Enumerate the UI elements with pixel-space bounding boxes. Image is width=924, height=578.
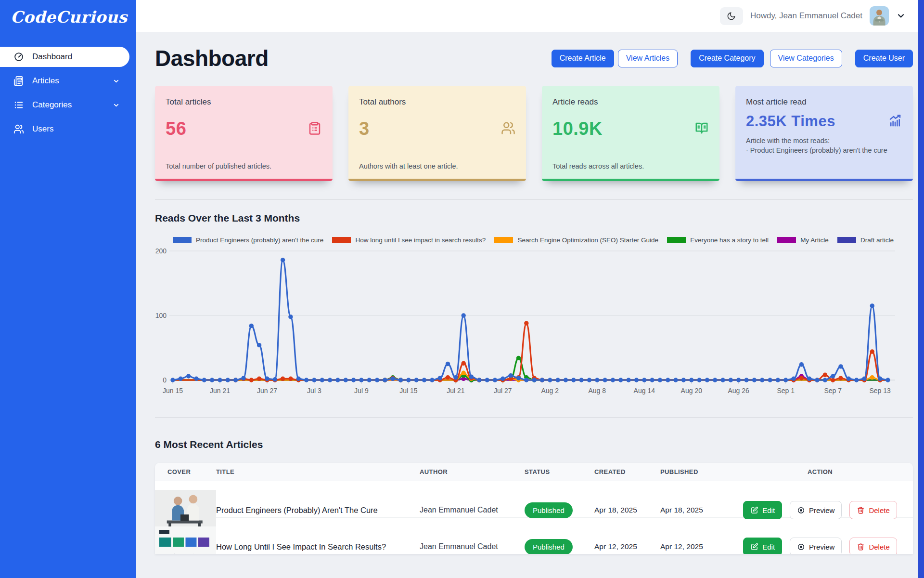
sidebar-item-dashboard[interactable]: Dashboard [0,47,129,67]
table-header-row: COVERTITLEAUTHORSTATUSCREATEDPUBLISHEDAC… [155,463,913,481]
stat-card-label: Total authors [359,97,515,107]
svg-text:Sep 13: Sep 13 [870,387,891,394]
topbar: Howdy, Jean Emmanuel Cadet [136,0,924,32]
sidebar-item-label: Dashboard [32,52,72,62]
legend-item-how-long-until-i-see-impact-in-search-results: How long until I see impact in search re… [332,236,486,244]
delete-button[interactable]: Delete [849,501,897,519]
create-article-button[interactable]: Create Article [552,50,614,67]
legend-swatch [837,237,856,243]
svg-text:Sep 1: Sep 1 [777,387,795,394]
legend-label: How long until I see impact in search re… [355,236,486,244]
section-divider [155,417,913,418]
legend-item-everyone-has-a-story-to-tell: Everyone has a story to tell [667,236,769,244]
chevron-down-icon [113,78,120,85]
article-author: Jean Emmanuel Cadet [420,506,525,514]
column-header-created: CREATED [594,468,660,475]
stat-card-total-authors: Total authors3Authors with at least one … [348,86,526,181]
svg-text:Aug 2: Aug 2 [541,387,559,394]
eye-icon [797,543,805,551]
stat-card-description: Article with the most reads:· Product En… [746,136,902,156]
legend-swatch [173,237,192,243]
article-published-date: Apr 18, 2025 [660,506,727,514]
svg-text:Sep 7: Sep 7 [824,387,842,394]
status-badge: Published [525,502,573,518]
article-title: Product Engineers (Probably) Aren't The … [216,506,420,515]
authors-icon [501,121,515,135]
column-header-author: AUTHOR [420,468,525,475]
chart-title: Reads Over the Last 3 Months [155,212,913,224]
moon-icon [727,12,736,21]
column-header-status: STATUS [525,468,594,475]
recent-articles-section: 6 Most Recent Articles COVERTITLEAUTHORS… [155,439,913,554]
delete-button[interactable]: Delete [849,538,897,554]
main-content: Dashboard Create ArticleView ArticlesCre… [136,32,924,578]
stat-card-most-article-read: Most article read2.35K TimesArticle with… [735,86,913,181]
legend-label: Product Engineers (probably) aren't the … [196,236,323,244]
svg-text:0: 0 [163,376,167,384]
avatar-image [870,6,889,26]
svg-text:Jun 15: Jun 15 [163,387,183,394]
stat-card-article-reads: Article reads10.9KTotal reads across all… [542,86,719,181]
column-header-cover: COVER [155,468,216,475]
article-author: Jean Emmanuel Cadet [420,542,525,551]
svg-text:Jun 27: Jun 27 [257,387,277,394]
stat-card-description: Total number of published articles. [166,161,322,171]
gauge-icon [13,52,24,62]
stat-card-value: 56 [166,118,186,139]
svg-text:100: 100 [155,312,167,319]
create-user-button[interactable]: Create User [855,50,913,67]
view-categories-button[interactable]: View Categories [770,50,842,67]
svg-text:Jul 27: Jul 27 [494,387,512,394]
page-scrollbar[interactable] [918,0,924,578]
categories-icon [13,100,24,110]
stat-card-value: 2.35K Times [746,113,835,130]
svg-text:Jul 15: Jul 15 [399,387,418,394]
legend-item-draft-article: Draft article [837,236,894,244]
preview-button[interactable]: Preview [790,501,842,519]
app-root: CodeCurious DashboardArticlesCategoriesU… [0,0,924,578]
status-badge: Published [525,539,573,554]
clipboard-icon [308,121,322,135]
view-articles-button[interactable]: View Articles [618,50,678,67]
legend-item-my-article: My Article [777,236,829,244]
stat-card-label: Most article read [746,97,902,107]
column-header-title: TITLE [216,468,420,475]
legend-label: Everyone has a story to tell [690,236,769,244]
sidebar-item-articles[interactable]: Articles [0,71,129,91]
svg-text:Aug 26: Aug 26 [728,387,750,394]
section-divider [155,199,913,200]
sidebar-item-users[interactable]: Users [0,119,129,139]
column-header-published: PUBLISHED [660,468,727,475]
articles-table: COVERTITLEAUTHORSTATUSCREATEDPUBLISHEDAC… [155,463,913,554]
article-created-date: Apr 12, 2025 [594,542,660,551]
svg-text:Jun 21: Jun 21 [210,387,230,394]
svg-text:Aug 20: Aug 20 [681,387,703,394]
article-cover-image [155,526,216,554]
reads-line-chart: 0100200Jun 15Jun 21Jun 27Jul 3Jul 9Jul 1… [155,246,913,399]
preview-button[interactable]: Preview [790,538,842,554]
legend-label: Draft article [860,236,894,244]
page-header: Dashboard Create ArticleView ArticlesCre… [155,45,913,71]
eye-icon [797,506,805,514]
column-header-action: ACTION [727,468,913,475]
edit-button[interactable]: Edit [743,501,782,519]
table-row: Product Engineers (Probably) Aren't The … [155,481,913,517]
chevron-down-icon [113,102,120,109]
dark-mode-toggle[interactable] [720,7,743,25]
stat-cards: Total articles56Total number of publishe… [155,86,913,181]
page-actions: Create ArticleView ArticlesCreate Catego… [552,50,913,67]
create-category-button[interactable]: Create Category [691,50,763,67]
legend-item-product-engineers-probably-aren-t-the-cure: Product Engineers (probably) aren't the … [173,236,323,244]
user-greeting: Howdy, Jean Emmanuel Cadet [750,11,862,21]
legend-swatch [667,237,686,243]
avatar[interactable] [870,6,889,26]
edit-button[interactable]: Edit [743,538,782,554]
svg-text:200: 200 [155,247,167,255]
sidebar-item-label: Categories [32,100,72,110]
article-created-date: Apr 18, 2025 [594,506,660,514]
sidebar-item-categories[interactable]: Categories [0,95,129,115]
account-chevron-down-icon[interactable] [896,11,906,21]
svg-text:Jul 3: Jul 3 [307,387,321,394]
legend-item-search-engine-optimization-seo-starter-guide: Search Engine Optimization (SEO) Starter… [494,236,658,244]
table-row: How Long Until I See Impact In Search Re… [155,517,913,554]
